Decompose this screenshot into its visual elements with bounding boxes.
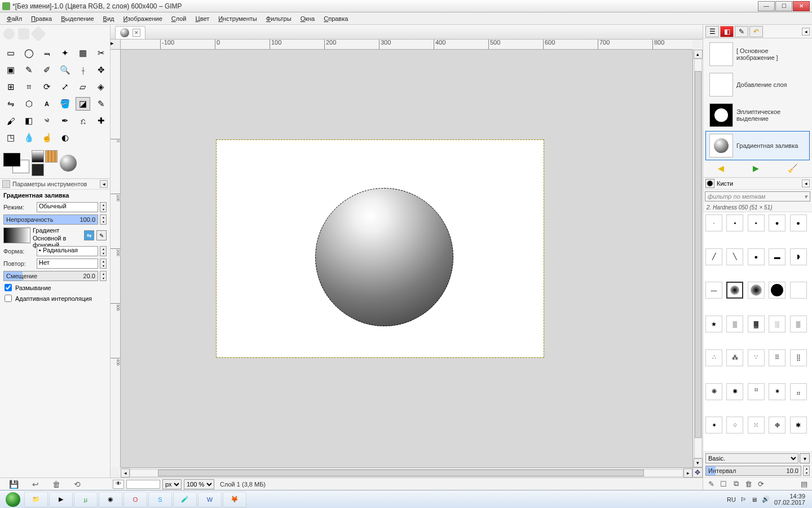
brush-cell[interactable]: ★ [705,316,722,332]
flip-tool[interactable]: ⇋ [3,97,18,111]
repeat-select[interactable]: Нет [37,259,98,269]
brush-cell[interactable]: ▬ [769,248,785,265]
text-tool[interactable]: A [39,97,54,111]
dock-menu-arrow[interactable]: ◂ [100,180,108,188]
undo-history-tab[interactable]: ↶ [749,26,763,37]
minimize-button[interactable]: — [758,1,775,11]
rotate-tool[interactable]: ⟳ [39,80,54,94]
brush-cell[interactable]: ▒ [790,316,807,332]
gradient-select[interactable]: Основной в фоновый [33,235,82,244]
channels-tab[interactable]: ◧ [720,26,734,37]
menu-select[interactable]: Выделение [56,14,98,23]
menu-help[interactable]: Справка [319,14,352,23]
ink-tool[interactable]: ✒ [58,114,72,128]
menu-windows[interactable]: Окна [296,14,320,23]
history-item[interactable]: Эллиптическое выделение [705,100,810,130]
taskbar-opera[interactable]: O [123,492,147,507]
brush-cell[interactable] [726,282,743,299]
taskbar-app1[interactable]: 🧪 [173,492,197,507]
gradient-preview[interactable] [3,227,30,243]
history-undo-icon[interactable]: ◀ [718,164,724,173]
opacity-slider[interactable]: Непрозрачность 100.0 [3,214,98,225]
zoom-tool[interactable]: 🔍 [58,63,72,77]
canvas-background[interactable] [121,50,692,467]
brush-cell[interactable]: ❉ [769,417,785,433]
repeat-spin[interactable]: ▴▾ [100,259,107,269]
brush-cell[interactable]: ⁂ [726,349,743,366]
perspective-tool[interactable]: ◈ [94,80,108,94]
brush-cell[interactable]: ✱ [790,417,807,433]
brush-cell[interactable]: ⠿ [769,349,785,366]
close-button[interactable]: ✕ [793,1,810,11]
brush-cell[interactable]: ✦ [705,417,722,433]
rect-select-tool[interactable]: ▭ [3,46,18,60]
zoom-select[interactable]: 100 % [184,479,214,489]
dock-top-menu[interactable]: ◂ [802,28,810,36]
move-tool[interactable]: ✥ [94,63,108,77]
brush-cell[interactable]: ░ [769,316,785,332]
dodge-tool[interactable]: ◐ [58,131,72,144]
brush-refresh-icon[interactable]: ⟳ [756,479,765,488]
color-picker-tool[interactable]: ✐ [39,63,54,77]
paintbrush-tool[interactable]: 🖌 [3,114,18,128]
ruler-horizontal[interactable]: -1000100200300400500600700800 [121,40,692,50]
brush-cell[interactable] [769,282,785,299]
unit-select[interactable]: px [162,479,182,489]
active-brush-preview[interactable] [60,155,77,172]
brush-cell[interactable]: • [748,214,765,231]
offset-slider[interactable]: Смещение 20.0 [3,271,98,281]
gradient-reverse-button[interactable]: ⇆ [84,230,94,240]
brush-cell[interactable]: ✺ [726,383,743,400]
active-gradient[interactable] [32,150,44,163]
adaptive-checkbox[interactable] [5,295,12,302]
fg-bg-colors[interactable] [3,153,29,173]
history-redo-icon[interactable]: ▶ [753,164,759,173]
brush-cell[interactable]: ● [769,214,785,231]
airbrush-tool[interactable]: ༄ [39,114,54,128]
quickmask-toggle[interactable]: 👁 [113,480,124,489]
brush-cell[interactable]: ╱ [705,248,722,265]
brush-duplicate-icon[interactable]: ⧉ [731,479,740,488]
brush-open-as-image-icon[interactable]: ▤ [800,479,809,488]
tray-flag-icon[interactable]: 🏳 [740,496,747,503]
brush-preset-select[interactable]: Basic. [705,453,798,463]
scrollbar-vertical[interactable]: ▴▾ [692,50,703,467]
crop-tool[interactable]: ⌗ [21,80,36,94]
history-clear-icon[interactable]: 🧹 [788,164,797,173]
fg-color[interactable] [3,153,20,167]
menu-view[interactable]: Вид [99,14,119,23]
taskbar-word[interactable]: W [198,492,222,507]
perspective-clone-tool[interactable]: ◳ [3,131,18,144]
ellipse-select-tool[interactable]: ◯ [21,46,36,60]
free-select-tool[interactable]: ⫬ [39,46,54,60]
opacity-spin[interactable]: ▴▾ [100,214,107,225]
taskbar-chrome[interactable]: ◉ [99,492,122,507]
menu-image[interactable]: Изображение [118,14,166,23]
blend-tool[interactable]: ◪ [76,97,90,111]
brush-cell[interactable]: ⠛ [748,383,765,400]
eraser-tool[interactable]: ◧ [21,114,36,128]
brush-cell[interactable]: ✷ [769,383,785,400]
taskbar-skype[interactable]: S [148,492,172,507]
taskbar-utorrent[interactable]: µ [74,492,98,507]
brush-cell[interactable]: ⣤ [790,383,807,400]
brush-cell[interactable]: • [726,214,743,231]
color-select-tool[interactable]: ▦ [76,46,90,60]
menu-color[interactable]: Цвет [191,14,214,23]
menu-filters[interactable]: Фильтры [262,14,296,23]
bucket-fill-tool[interactable]: 🪣 [58,97,72,111]
shape-spin[interactable]: ▴▾ [100,246,107,256]
smudge-tool[interactable]: ☝ [39,131,54,144]
brush-cell[interactable]: · [705,214,722,231]
brush-new-icon[interactable]: ☐ [719,479,728,488]
brush-cell[interactable]: ⁘ [726,417,743,433]
brush-cell[interactable]: ∵ [748,349,765,366]
gradient-edit-button[interactable]: ✎ [96,230,107,240]
tray-network-icon[interactable]: 🖥 [751,496,757,503]
start-button[interactable] [2,492,24,507]
brush-cell[interactable]: ◗ [790,248,807,265]
brush-cell[interactable] [790,282,807,299]
pencil-tool[interactable]: ✎ [94,97,108,111]
shape-select[interactable]: ▪ Радиальная [37,246,98,256]
layers-tab[interactable]: ☰ [705,26,719,37]
